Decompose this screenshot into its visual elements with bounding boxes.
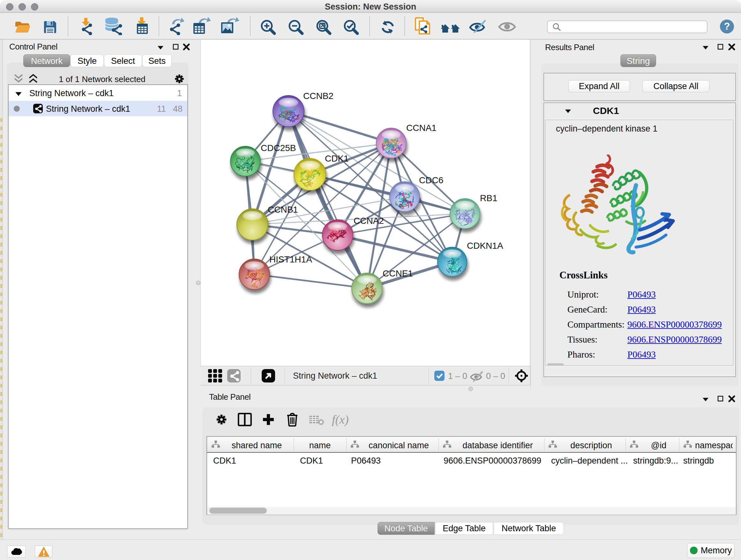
svg-text:CDC25B: CDC25B — [261, 143, 296, 153]
svg-text:HIST1H1A: HIST1H1A — [269, 254, 312, 264]
svg-text:CCNA2: CCNA2 — [354, 216, 384, 226]
svg-text:CDC6: CDC6 — [419, 175, 443, 185]
svg-text:CDKN1A: CDKN1A — [467, 241, 503, 251]
svg-text:CCNA1: CCNA1 — [406, 123, 436, 133]
svg-text:CCNB1: CCNB1 — [268, 205, 298, 214]
svg-text:CCNB2: CCNB2 — [303, 91, 333, 101]
svg-text:CDK1: CDK1 — [325, 153, 349, 164]
svg-text:RB1: RB1 — [480, 193, 497, 203]
svg-text:CCNE1: CCNE1 — [383, 268, 413, 278]
